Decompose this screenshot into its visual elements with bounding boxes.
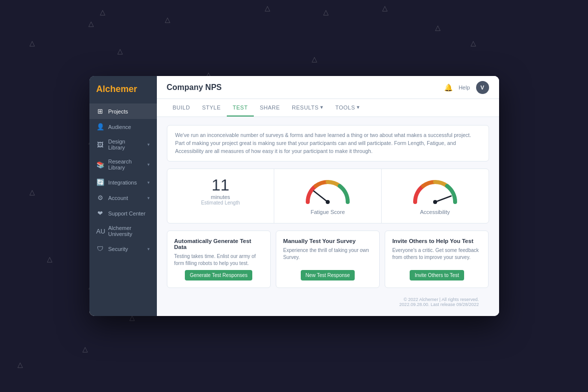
chevron-icon: ▾	[147, 196, 150, 200]
sidebar-label: Design Library	[108, 138, 143, 150]
sidebar-icon: ⊞	[96, 108, 104, 115]
chevron-icon: ▾	[147, 180, 150, 185]
stats-row: 11 minutes Estimated Length	[167, 168, 489, 224]
background-triangle: △	[312, 55, 317, 63]
info-text: We've run an inconceivable number of sur…	[175, 132, 481, 155]
background-triangle: △	[117, 47, 123, 55]
sidebar-icon: ⚙	[96, 194, 104, 202]
accessibility-card: Accessibility	[382, 169, 489, 223]
chevron-icon: ▾	[147, 162, 150, 167]
footer: © 2022 Alchemer | All rights reserved. 2…	[167, 293, 489, 311]
fatigue-label: Fatigue Score	[311, 209, 345, 215]
tab-label: RESULTS	[292, 104, 318, 110]
fatigue-score-card: Fatigue Score	[274, 169, 382, 223]
tab-share[interactable]: SHARE	[254, 100, 286, 116]
sidebar-icon: 👤	[96, 123, 104, 130]
sidebar-item-account[interactable]: ⚙ Account ▾	[89, 190, 157, 206]
tab-label: BUILD	[173, 104, 190, 110]
tab-navigation: BUILDSTYLETESTSHARERESULTS▾TOOLS▾	[157, 99, 499, 117]
action-card-title: Invite Others to Help You Test	[392, 238, 481, 244]
tab-style[interactable]: STYLE	[196, 100, 226, 116]
sidebar-icon: ❤	[96, 210, 104, 217]
chevron-icon: ▾	[357, 104, 360, 110]
sidebar-label: Alchemer University	[108, 225, 150, 237]
background-triangle: △	[100, 8, 105, 16]
sidebar-item-research-library[interactable]: 📚 Research Library ▾	[89, 154, 157, 174]
header-actions: 🔔 Help V	[444, 81, 489, 94]
sidebar-label: Support Center	[108, 210, 150, 216]
tab-label: SHARE	[260, 104, 280, 110]
action-card-button[interactable]: New Test Response	[301, 270, 355, 280]
page-title: Company NPS	[167, 83, 222, 92]
sidebar-item-support-center[interactable]: ❤ Support Center	[89, 206, 157, 221]
sidebar-item-alchemer-university[interactable]: AU Alchemer University	[89, 221, 157, 241]
background-triangle: △	[82, 345, 88, 353]
background-triangle: △	[29, 39, 35, 47]
background-triangle: △	[88, 20, 94, 28]
sidebar-label: Research Library	[108, 158, 143, 170]
sidebar-label: Account	[108, 195, 143, 201]
footer-version: 2022.09.28.00. Last release 09/28/2022	[177, 302, 479, 307]
svg-point-3	[433, 200, 437, 204]
action-card-title: Automatically Generate Test Data	[174, 238, 263, 250]
action-cards-row: Automatically Generate Test Data Testing…	[167, 230, 489, 288]
footer-copyright: © 2022 Alchemer | All rights reserved.	[177, 297, 479, 302]
sidebar-item-integrations[interactable]: 🔄 Integrations ▾	[89, 174, 157, 190]
background-triangle: △	[165, 16, 170, 24]
logo-text: Alchemer	[96, 84, 137, 94]
sidebar-label: Projects	[108, 108, 150, 114]
sidebar-icon: 🔄	[96, 178, 104, 186]
header: Company NPS 🔔 Help V	[157, 76, 499, 99]
chevron-icon: ▾	[320, 104, 324, 110]
tab-results[interactable]: RESULTS▾	[286, 99, 329, 116]
chevron-icon: ▾	[147, 142, 150, 147]
action-card-2: Invite Others to Help You Test Everyone'…	[385, 230, 489, 288]
action-card-button[interactable]: Generate Test Responses	[185, 270, 252, 280]
content-area: We've run an inconceivable number of sur…	[157, 117, 499, 316]
background-triangle: △	[435, 24, 441, 32]
sidebar-nav: ⊞ Projects 👤 Audience 🖼 Design Library ▾…	[89, 102, 157, 316]
background-triangle: △	[47, 255, 52, 263]
fatigue-gauge	[303, 177, 353, 207]
accessibility-label: Accessibility	[420, 209, 450, 215]
tab-tools[interactable]: TOOLS▾	[329, 99, 366, 116]
action-card-desc: Testing takes time. Enlist our army of f…	[174, 253, 263, 267]
user-avatar[interactable]: V	[476, 81, 489, 94]
svg-line-2	[435, 196, 451, 202]
estimated-length-unit: minutes	[175, 194, 266, 200]
sidebar-logo: Alchemer	[89, 76, 157, 102]
sidebar-icon: AU	[96, 228, 104, 235]
sidebar-item-design-library[interactable]: 🖼 Design Library ▾	[89, 134, 157, 154]
estimated-length-label: Estimated Length	[175, 200, 266, 206]
sidebar-label: Integrations	[108, 180, 143, 186]
background-triangle: △	[323, 8, 329, 16]
background-triangle: △	[471, 39, 476, 47]
main-content: Company NPS 🔔 Help V BUILDSTYLETESTSHARE…	[157, 76, 499, 316]
tab-test[interactable]: TEST	[227, 100, 254, 116]
action-card-button[interactable]: Invite Others to Test	[410, 270, 464, 280]
estimated-length-card: 11 minutes Estimated Length	[167, 169, 275, 223]
background-triangle: △	[17, 360, 23, 368]
tab-build[interactable]: BUILD	[167, 100, 196, 116]
action-card-title: Manually Test Your Survey	[283, 238, 372, 244]
sidebar-label: Audience	[108, 124, 150, 130]
action-card-desc: Experience the thrill of taking your own…	[283, 247, 372, 267]
info-banner: We've run an inconceivable number of sur…	[167, 125, 489, 162]
tab-label: TEST	[233, 104, 248, 110]
sidebar-icon: 📚	[96, 161, 104, 168]
sidebar-icon: 🖼	[96, 141, 104, 148]
svg-point-1	[326, 200, 330, 204]
sidebar-item-security[interactable]: 🛡 Security ▾	[89, 241, 157, 256]
action-card-1: Manually Test Your Survey Experience the…	[276, 230, 380, 288]
tab-label: TOOLS	[335, 104, 355, 110]
action-card-0: Automatically Generate Test Data Testing…	[167, 230, 271, 288]
tab-label: STYLE	[202, 104, 220, 110]
estimated-length-number: 11	[175, 177, 266, 193]
background-triangle: △	[382, 4, 388, 12]
sidebar-icon: 🛡	[96, 245, 104, 252]
sidebar-item-audience[interactable]: 👤 Audience	[89, 119, 157, 134]
sidebar-item-projects[interactable]: ⊞ Projects	[89, 104, 157, 119]
help-button[interactable]: Help	[459, 84, 470, 90]
bell-icon[interactable]: 🔔	[444, 84, 453, 92]
svg-line-0	[314, 191, 328, 202]
